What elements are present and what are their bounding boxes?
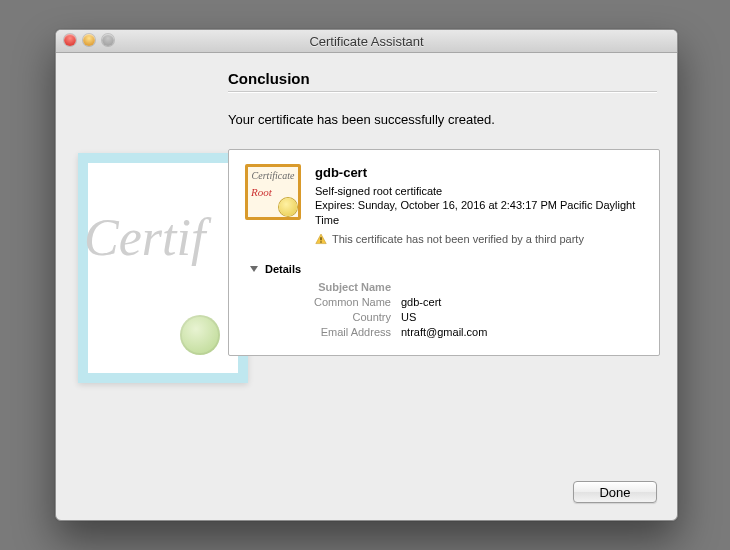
success-message: Your certificate has been successfully c… bbox=[228, 112, 657, 127]
titlebar: Certificate Assistant bbox=[56, 30, 677, 53]
seal-badge-icon bbox=[279, 198, 297, 216]
chevron-down-icon bbox=[249, 264, 259, 274]
details-toggle[interactable]: Details bbox=[249, 263, 643, 275]
main-content: Conclusion Your certificate has been suc… bbox=[228, 70, 657, 356]
done-button[interactable]: Done bbox=[573, 481, 657, 503]
zoom-button[interactable] bbox=[102, 34, 114, 46]
svg-point-2 bbox=[320, 241, 322, 243]
details-section: Subject Name Common Name gdb-cert Countr… bbox=[245, 281, 643, 338]
warning-icon bbox=[315, 233, 327, 249]
certificate-name: gdb-cert bbox=[315, 164, 643, 182]
page-heading: Conclusion bbox=[228, 70, 657, 87]
country-row: Country US bbox=[245, 311, 643, 323]
country-value: US bbox=[401, 311, 416, 323]
email-value: ntraft@gmail.com bbox=[401, 326, 487, 338]
certificate-summary: Certificate Root gdb-cert Self-signed ro… bbox=[245, 164, 643, 249]
minimize-button[interactable] bbox=[83, 34, 95, 46]
common-name-value: gdb-cert bbox=[401, 296, 441, 308]
svg-marker-3 bbox=[250, 266, 258, 272]
divider bbox=[228, 91, 657, 92]
certificate-background-icon: Certif bbox=[78, 153, 248, 383]
certificate-expires: Expires: Sunday, October 16, 2016 at 2:4… bbox=[315, 198, 643, 228]
certificate-panel: Certificate Root gdb-cert Self-signed ro… bbox=[228, 149, 660, 356]
common-name-row: Common Name gdb-cert bbox=[245, 296, 643, 308]
certificate-icon: Certificate Root bbox=[245, 164, 301, 220]
traffic-lights bbox=[64, 34, 114, 46]
window-title: Certificate Assistant bbox=[309, 34, 423, 49]
certificate-assistant-window: Certificate Assistant Certif Conclusion … bbox=[55, 29, 678, 521]
email-row: Email Address ntraft@gmail.com bbox=[245, 326, 643, 338]
footer: Done bbox=[573, 481, 657, 503]
subject-name-row: Subject Name bbox=[245, 281, 643, 293]
certificate-kind: Self-signed root certificate bbox=[315, 184, 643, 199]
window-body: Certif Conclusion Your certificate has b… bbox=[56, 53, 677, 521]
details-label: Details bbox=[265, 263, 301, 275]
warning-row: This certificate has not been verified b… bbox=[315, 232, 643, 249]
warning-text: This certificate has not been verified b… bbox=[332, 232, 584, 249]
seal-icon bbox=[180, 315, 220, 355]
svg-rect-1 bbox=[320, 237, 321, 240]
close-button[interactable] bbox=[64, 34, 76, 46]
